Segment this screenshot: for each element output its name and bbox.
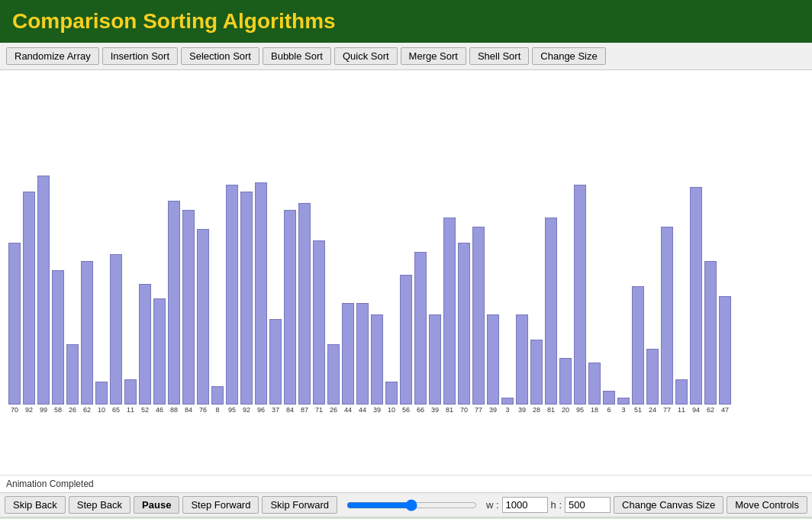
bar-item-31: 70 [457, 243, 471, 414]
bar-41 [603, 391, 615, 405]
bar-9 [139, 284, 151, 405]
skip-forward-button[interactable]: Skip Forward [262, 496, 337, 514]
bar-label-34: 3 [505, 406, 509, 414]
bar-label-21: 71 [315, 406, 323, 414]
bar-label-19: 84 [286, 406, 294, 414]
bar-item-23: 44 [341, 303, 355, 414]
bar-34 [501, 398, 514, 405]
speed-slider[interactable] [346, 498, 477, 513]
bottom-area: Animation Completed Skip Back Step Back … [0, 475, 812, 519]
bar-item-9: 52 [138, 284, 152, 414]
bar-item-48: 62 [704, 261, 717, 414]
bar-6 [95, 382, 108, 405]
bar-18 [269, 319, 282, 405]
bar-23 [342, 303, 354, 405]
bar-label-3: 58 [54, 406, 62, 414]
toolbar-button-change-size[interactable]: Change Size [532, 47, 605, 65]
bar-label-40: 18 [591, 406, 598, 414]
bar-label-8: 11 [127, 406, 134, 414]
bar-2 [37, 176, 50, 405]
bar-item-36: 28 [530, 340, 543, 414]
toolbar-button-quick-sort[interactable]: Quick Sort [334, 47, 398, 65]
bar-44 [646, 349, 659, 405]
bar-label-33: 39 [489, 406, 497, 414]
bar-14 [211, 386, 224, 405]
move-controls-button[interactable]: Move Controls [727, 496, 807, 514]
bar-40 [588, 363, 601, 405]
bar-15 [226, 185, 238, 405]
bar-label-2: 99 [40, 406, 47, 414]
h-input[interactable] [565, 497, 611, 513]
bar-item-1: 92 [22, 192, 36, 414]
bar-item-24: 44 [356, 303, 369, 414]
bar-item-11: 88 [167, 201, 181, 414]
bar-label-43: 51 [634, 406, 642, 414]
bar-item-3: 58 [51, 270, 65, 414]
bar-item-26: 10 [385, 382, 398, 414]
step-back-button[interactable]: Step Back [69, 496, 130, 514]
bar-label-6: 10 [98, 406, 105, 414]
bar-26 [385, 382, 398, 405]
bar-label-30: 81 [446, 406, 453, 414]
bar-label-35: 39 [518, 406, 526, 414]
change-canvas-button[interactable]: Change Canvas Size [614, 496, 723, 514]
w-input[interactable] [502, 497, 548, 513]
h-label: h : [551, 499, 562, 511]
toolbar-button-insertion-sort[interactable]: Insertion Sort [102, 47, 178, 65]
toolbar-button-bubble-sort[interactable]: Bubble Sort [263, 47, 331, 65]
bar-item-15: 95 [225, 185, 239, 414]
bar-item-47: 94 [689, 187, 703, 414]
skip-back-button[interactable]: Skip Back [5, 496, 66, 514]
bar-42 [617, 398, 630, 405]
bar-label-42: 3 [621, 406, 625, 414]
canvas-area: 7092995826621065115246888476895929637848… [0, 70, 812, 437]
bar-item-10: 46 [153, 298, 166, 414]
bar-item-33: 39 [486, 314, 500, 414]
bar-chart: 7092995826621065115246888476895929637848… [8, 176, 732, 414]
bar-label-18: 37 [272, 406, 279, 414]
bar-27 [400, 275, 412, 405]
main-wrapper: 7092995826621065115246888476895929637848… [0, 70, 812, 519]
bar-item-16: 92 [240, 192, 253, 414]
bar-43 [632, 286, 644, 405]
animation-status: Animation Completed [0, 475, 812, 492]
bar-item-0: 70 [8, 243, 21, 414]
bar-37 [545, 218, 557, 405]
bar-12 [182, 210, 195, 405]
step-forward-button[interactable]: Step Forward [182, 496, 259, 514]
bar-item-18: 37 [269, 319, 282, 414]
bar-47 [690, 187, 702, 405]
bar-label-20: 87 [301, 406, 308, 414]
bar-label-39: 95 [576, 406, 584, 414]
bar-24 [356, 303, 369, 405]
bar-19 [284, 210, 296, 405]
toolbar-button-merge-sort[interactable]: Merge Sort [401, 47, 466, 65]
bar-label-25: 39 [373, 406, 381, 414]
bar-4 [66, 344, 79, 405]
toolbar-button-shell-sort[interactable]: Shell Sort [469, 47, 529, 65]
bar-48 [704, 261, 717, 405]
bar-0 [8, 243, 21, 405]
bar-39 [574, 185, 586, 405]
bar-45 [661, 227, 673, 405]
toolbar-button-selection-sort[interactable]: Selection Sort [181, 47, 259, 65]
w-label: w : [486, 499, 499, 511]
pause-button[interactable]: Pause [134, 496, 179, 514]
bar-label-14: 8 [215, 406, 219, 414]
bar-label-48: 62 [707, 406, 714, 414]
bar-label-1: 92 [25, 406, 33, 414]
bar-3 [52, 270, 64, 405]
bar-label-29: 39 [431, 406, 439, 414]
bar-5 [81, 261, 93, 405]
bar-46 [675, 379, 688, 405]
toolbar-button-randomize-array[interactable]: Randomize Array [6, 47, 99, 65]
bar-item-46: 11 [675, 379, 688, 414]
bar-label-4: 26 [69, 406, 76, 414]
bar-33 [487, 314, 499, 405]
bar-label-44: 24 [649, 406, 656, 414]
bar-item-38: 20 [559, 358, 572, 414]
bar-label-5: 62 [83, 406, 91, 414]
bar-label-45: 77 [663, 406, 671, 414]
bar-30 [443, 218, 456, 405]
bar-item-39: 95 [573, 185, 587, 414]
